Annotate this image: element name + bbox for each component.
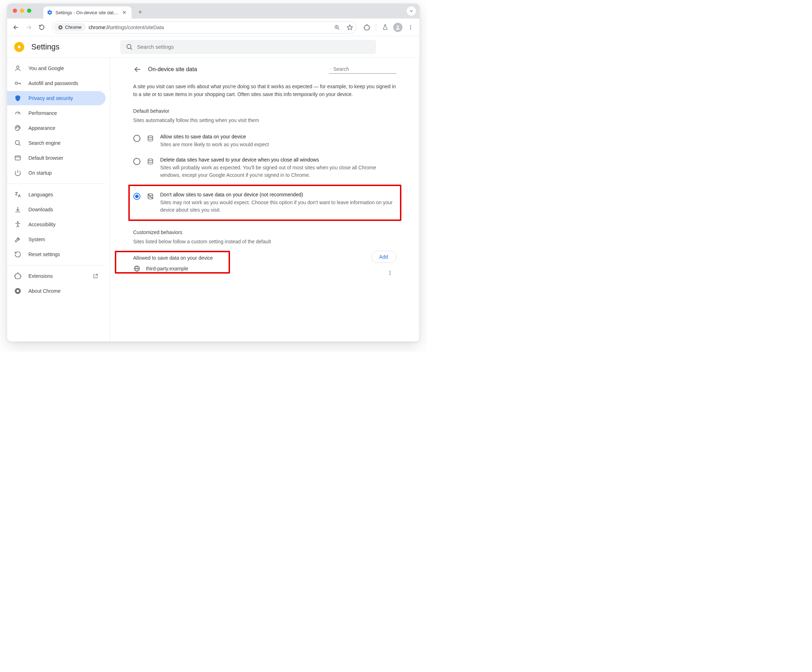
option-desc: Sites may not work as you would expect. … (160, 199, 396, 214)
customized-title: Customized behaviors (133, 229, 396, 235)
sidebar-item-autofill[interactable]: Autofill and passwords (7, 76, 106, 91)
tabs-dropdown-button[interactable] (407, 7, 416, 15)
close-window-button[interactable] (13, 9, 17, 13)
forward-button[interactable] (23, 21, 35, 33)
radio-option-delete-on-close[interactable]: Delete data sites have saved to your dev… (133, 152, 396, 183)
settings-sidebar: You and Google Autofill and passwords Pr… (7, 58, 110, 342)
sidebar-label: Autofill and passwords (29, 80, 78, 86)
radio-option-dont-allow[interactable]: Don't allow sites to save data on your d… (133, 188, 396, 218)
sidebar-item-performance[interactable]: Performance (7, 106, 106, 120)
globe-icon (133, 265, 140, 272)
settings-app-title: Settings (31, 42, 60, 51)
sidebar-item-accessibility[interactable]: Accessibility (7, 217, 106, 232)
radio-button[interactable] (133, 158, 140, 165)
svg-point-15 (17, 66, 19, 68)
speedometer-icon (14, 109, 21, 117)
sidebar-item-on-startup[interactable]: On startup (7, 166, 106, 180)
svg-line-26 (19, 144, 20, 145)
sidebar-label: You and Google (29, 65, 64, 71)
database-icon (147, 158, 154, 165)
radio-button[interactable] (133, 135, 140, 142)
sidebar-separator (7, 265, 106, 265)
svg-line-14 (130, 48, 132, 50)
svg-point-39 (148, 159, 152, 161)
site-chip[interactable]: Chrome (54, 23, 86, 31)
svg-point-9 (397, 25, 399, 27)
url-text: chrome://settings/content/siteData (89, 24, 329, 30)
search-settings-input[interactable] (137, 44, 370, 50)
sidebar-item-about[interactable]: About Chrome (7, 284, 106, 298)
reload-button[interactable] (36, 21, 48, 33)
svg-point-34 (17, 290, 19, 292)
add-site-button[interactable]: Add (371, 251, 396, 263)
translate-icon (14, 191, 21, 198)
address-bar[interactable]: Chrome chrome://settings/content/siteDat… (52, 21, 357, 33)
allowed-site-row[interactable]: third-party.example (117, 261, 218, 272)
radio-button[interactable] (133, 193, 140, 200)
sidebar-item-you-and-google[interactable]: You and Google (7, 61, 106, 75)
svg-point-13 (126, 44, 131, 48)
settings-content: On-device site data A site you visit can… (110, 58, 420, 342)
sidebar-item-system[interactable]: System (7, 232, 106, 246)
sidebar-item-downloads[interactable]: Downloads (7, 202, 106, 217)
shield-icon (14, 95, 21, 102)
minimize-window-button[interactable] (20, 9, 24, 13)
bookmark-button[interactable] (345, 22, 355, 32)
sidebar-separator (7, 183, 106, 184)
key-icon (14, 80, 21, 87)
sidebar-item-appearance[interactable]: Appearance (7, 121, 106, 135)
labs-button[interactable] (379, 21, 391, 33)
maximize-window-button[interactable] (27, 9, 31, 13)
extensions-button[interactable] (361, 21, 373, 33)
svg-point-23 (18, 126, 19, 127)
browser-tab[interactable]: Settings - On-device site dat… ✕ (43, 7, 131, 19)
close-tab-button[interactable]: ✕ (121, 10, 128, 15)
sidebar-label: Extensions (29, 273, 53, 279)
sidebar-label: Search engine (29, 140, 60, 146)
site-more-button[interactable] (385, 268, 395, 278)
svg-line-5 (338, 28, 339, 29)
allowed-title: Allowed to save data on your device (133, 255, 218, 261)
sidebar-item-languages[interactable]: Languages (7, 188, 106, 202)
sidebar-label: On startup (29, 170, 51, 176)
settings-back-button[interactable] (133, 65, 142, 74)
svg-point-12 (410, 29, 411, 29)
site-domain: third-party.example (146, 266, 188, 272)
reset-icon (14, 251, 21, 258)
option-desc: Sites are more likely to work as you wou… (160, 141, 396, 148)
sidebar-item-default-browser[interactable]: Default browser (7, 151, 106, 165)
toolbar-divider (376, 24, 376, 31)
sidebar-item-search-engine[interactable]: Search engine (7, 136, 106, 150)
zoom-icon[interactable] (332, 22, 342, 32)
page-search-field[interactable] (329, 65, 396, 74)
highlight-annotation: Allowed to save data on your device thir… (115, 251, 230, 274)
option-label: Don't allow sites to save data on your d… (160, 192, 396, 197)
page-search-input[interactable] (333, 66, 396, 72)
sidebar-item-privacy[interactable]: Privacy and security (7, 91, 106, 105)
search-settings-field[interactable] (120, 40, 376, 54)
sidebar-label: About Chrome (29, 288, 60, 294)
sidebar-item-extensions[interactable]: Extensions (7, 269, 106, 283)
menu-button[interactable] (404, 21, 417, 33)
svg-point-38 (148, 136, 152, 138)
option-desc: Sites will probably work as expected. Yo… (160, 164, 396, 179)
option-label: Delete data sites have saved to your dev… (160, 157, 396, 162)
svg-line-41 (148, 194, 153, 199)
sidebar-item-reset[interactable]: Reset settings (7, 247, 106, 262)
svg-point-36 (329, 68, 330, 69)
back-button[interactable] (10, 21, 22, 33)
chip-label: Chrome (65, 24, 82, 30)
sidebar-label: Reset settings (29, 251, 60, 257)
intro-text: A site you visit can save info about wha… (133, 83, 396, 98)
new-tab-button[interactable]: + (135, 7, 145, 17)
sidebar-label: Languages (29, 192, 53, 197)
search-icon (329, 66, 331, 72)
chrome-icon (58, 25, 63, 30)
profile-button[interactable] (392, 21, 404, 33)
sidebar-label: Accessibility (29, 222, 55, 227)
database-off-icon (147, 193, 154, 200)
customized-sub: Sites listed below follow a custom setti… (133, 239, 396, 245)
chrome-icon (14, 287, 21, 294)
radio-option-allow[interactable]: Allow sites to save data on your device … (133, 130, 396, 152)
accessibility-icon (14, 221, 21, 228)
